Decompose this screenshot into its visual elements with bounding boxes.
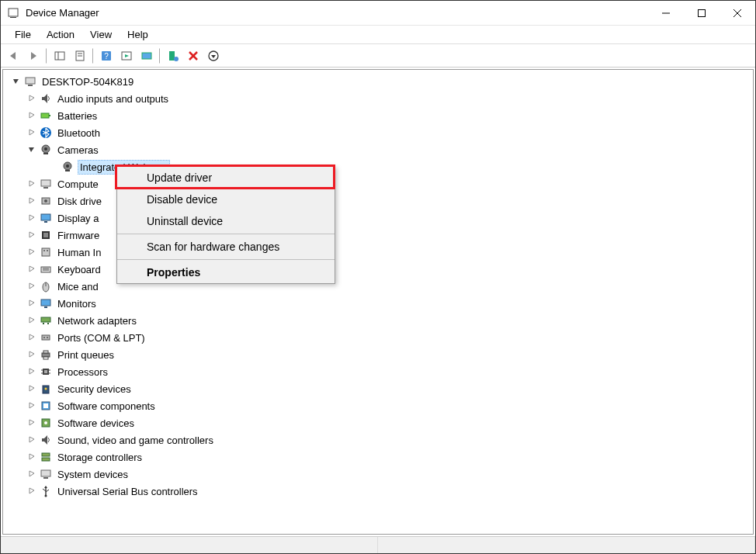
app-icon [7, 7, 19, 19]
close-button[interactable] [720, 1, 755, 26]
show-hide-button[interactable] [50, 47, 69, 65]
device-category[interactable]: Mice and [3, 278, 753, 295]
action-button[interactable] [117, 47, 136, 65]
menubar: File Action View Help [1, 26, 755, 44]
device-category[interactable]: Software components [3, 397, 753, 414]
expand-icon[interactable] [26, 247, 37, 258]
category-label: Bluetooth [56, 126, 102, 140]
device-category[interactable]: Compute [3, 175, 753, 192]
expand-icon[interactable] [26, 417, 37, 428]
device-category[interactable]: Display a [3, 209, 753, 227]
minimize-button[interactable] [648, 1, 684, 26]
device-category[interactable]: Network adapters [3, 312, 753, 329]
device-category[interactable]: Keyboard [3, 261, 753, 278]
svg-rect-37 [43, 153, 48, 154]
ctx-uninstall-device[interactable]: Uninstall device [117, 210, 335, 232]
expand-icon[interactable] [26, 298, 37, 309]
expand-icon[interactable] [26, 178, 37, 189]
help-button[interactable]: ? [97, 47, 116, 65]
device-category[interactable]: Ports (COM & LPT) [3, 329, 753, 346]
device-category[interactable]: Monitors [3, 295, 753, 312]
device-category[interactable]: Security devices [3, 380, 753, 397]
device-category[interactable]: Disk drive [3, 192, 753, 209]
expand-icon[interactable] [26, 230, 37, 241]
expand-icon[interactable] [26, 127, 37, 138]
expand-icon[interactable] [26, 213, 37, 223]
svg-marker-57 [29, 266, 34, 272]
device-category[interactable]: Storage controllers [3, 448, 753, 466]
category-label: Ports (COM & LPT) [56, 331, 147, 345]
device-category[interactable]: Batteries [3, 107, 753, 124]
device-item[interactable]: Integrated Webcam [3, 158, 753, 175]
expand-icon[interactable] [26, 264, 37, 275]
expand-icon[interactable] [26, 383, 37, 394]
svg-marker-27 [29, 95, 34, 101]
expand-icon[interactable] [26, 281, 37, 292]
expand-icon[interactable] [26, 452, 37, 462]
svg-rect-98 [42, 453, 50, 456]
device-category[interactable]: System devices [3, 466, 753, 483]
status-cell [378, 537, 755, 553]
svg-marker-96 [42, 435, 47, 445]
menu-file[interactable]: File [7, 29, 39, 40]
device-tree[interactable]: DESKTOP-504K819 Audio inputs and outputs… [2, 69, 754, 535]
more-button[interactable] [204, 47, 223, 65]
menu-action[interactable]: Action [39, 29, 82, 40]
device-category[interactable]: Sound, video and game controllers [3, 431, 753, 448]
ctx-properties[interactable]: Properties [117, 261, 335, 283]
maximize-button[interactable] [684, 1, 720, 26]
svg-point-56 [47, 250, 48, 251]
collapse-icon[interactable] [11, 76, 22, 87]
titlebar: Device Manager [1, 1, 755, 26]
back-button[interactable] [4, 47, 23, 65]
device-category[interactable]: Print queues [3, 346, 753, 363]
statusbar [1, 536, 755, 553]
svg-marker-67 [29, 317, 34, 323]
expand-icon[interactable] [26, 93, 37, 104]
svg-rect-65 [41, 300, 50, 306]
security-icon [39, 382, 53, 396]
svg-rect-70 [47, 323, 49, 324]
expand-icon[interactable] [26, 400, 37, 411]
menu-view[interactable]: View [82, 29, 120, 40]
forward-button[interactable] [24, 47, 43, 65]
expand-icon[interactable] [26, 486, 37, 497]
device-category[interactable]: Universal Serial Bus controllers [3, 483, 753, 500]
expand-icon[interactable] [26, 144, 37, 155]
svg-marker-6 [10, 52, 16, 60]
device-category[interactable]: Firmware [3, 227, 753, 244]
device-category[interactable]: Processors [3, 363, 753, 380]
svg-rect-0 [9, 9, 18, 16]
expand-icon[interactable] [26, 315, 37, 326]
device-category[interactable]: Bluetooth [3, 124, 753, 141]
svg-rect-69 [43, 323, 44, 324]
expand-icon[interactable] [26, 469, 37, 480]
root-node[interactable]: DESKTOP-504K819 [3, 73, 753, 90]
menu-help[interactable]: Help [120, 29, 156, 40]
svg-point-74 [47, 337, 48, 338]
ctx-disable-device[interactable]: Disable device [117, 189, 335, 210]
device-category[interactable]: Audio inputs and outputs [3, 90, 753, 107]
device-category[interactable]: Human In [3, 244, 753, 261]
expand-icon[interactable] [26, 435, 37, 445]
ctx-scan-hardware[interactable]: Scan for hardware changes [117, 236, 335, 258]
expand-icon[interactable] [26, 332, 37, 343]
separator [92, 48, 94, 64]
device-category[interactable]: Software devices [3, 414, 753, 431]
expand-icon[interactable] [26, 196, 37, 206]
expand-icon[interactable] [26, 349, 37, 360]
category-label: Disk drive [56, 195, 103, 208]
ctx-update-driver[interactable]: Update driver [117, 167, 335, 189]
svg-rect-30 [41, 113, 49, 118]
expand-icon[interactable] [26, 366, 37, 377]
category-label: Universal Serial Bus controllers [56, 485, 199, 498]
usb-icon [39, 484, 53, 498]
device-category[interactable]: Cameras [3, 141, 753, 158]
add-device-button[interactable] [164, 47, 182, 65]
properties-button[interactable] [71, 47, 89, 65]
remove-button[interactable] [184, 47, 203, 65]
expand-icon[interactable] [26, 110, 37, 121]
svg-marker-92 [29, 420, 34, 425]
camera-icon [61, 160, 75, 174]
scan-button[interactable] [137, 47, 156, 65]
